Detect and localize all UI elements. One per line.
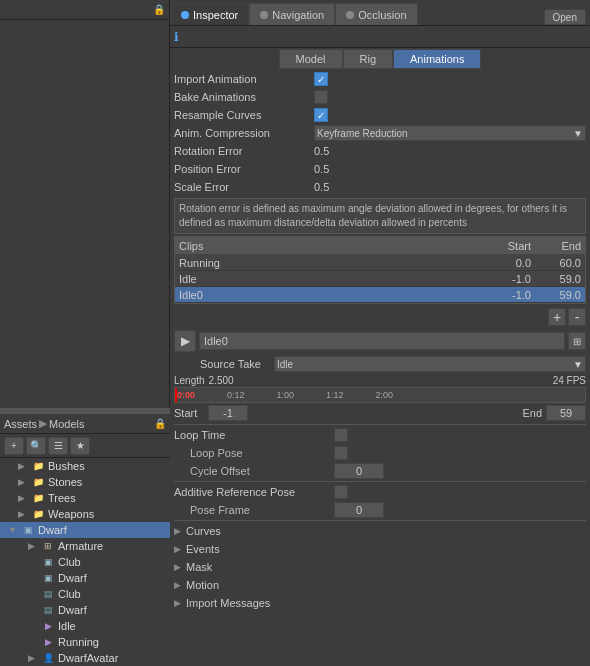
anim-compression-arrow: ▼	[573, 128, 583, 139]
curves-arrow: ▶	[174, 526, 186, 536]
anim-icon-idle: ▶	[41, 619, 55, 633]
expand-arrow-dwarf: ▼	[8, 525, 18, 535]
folder-icon-stones: 📁	[31, 475, 45, 489]
tree-label-dwarf: Dwarf	[38, 524, 67, 536]
timeline-playhead	[175, 388, 177, 402]
add-clip-button[interactable]: +	[548, 308, 566, 326]
sub-tab-model[interactable]: Model	[279, 49, 343, 69]
clips-start-idle0: -1.0	[485, 289, 535, 301]
tree-label-dwarf2: Dwarf	[58, 572, 87, 584]
breadcrumb-assets[interactable]: Assets	[4, 418, 37, 430]
left-panel: 🔒 Assets ▶ Models 🔒 + 🔍 ☰ ★ ▶ 📁 Bushes	[0, 0, 170, 666]
anim-compression-value: Keyframe Reduction	[317, 128, 408, 139]
expand-arrow-trees: ▶	[18, 493, 28, 503]
breadcrumb-models[interactable]: Models	[49, 418, 84, 430]
tab-inspector[interactable]: Inspector	[170, 3, 249, 25]
tree-item-bushes[interactable]: ▶ 📁 Bushes	[0, 458, 170, 474]
tree-item-weapons[interactable]: ▶ 📁 Weapons	[0, 506, 170, 522]
search-button[interactable]: 🔍	[26, 437, 46, 455]
divider-1	[174, 424, 586, 425]
create-button[interactable]: +	[4, 437, 24, 455]
anim-compression-select[interactable]: Keyframe Reduction ▼	[314, 125, 586, 141]
collapsible-motion[interactable]: ▶ Motion	[170, 576, 590, 594]
tree-label-club1: Club	[58, 556, 81, 568]
scale-error-row: Scale Error 0.5	[170, 178, 590, 196]
play-button[interactable]: ▶	[174, 330, 196, 352]
filter-button[interactable]: ☰	[48, 437, 68, 455]
tree-item-running[interactable]: ▶ Running	[0, 634, 170, 650]
anim-icon-running: ▶	[41, 635, 55, 649]
resample-curves-checkbox[interactable]	[314, 108, 328, 122]
tree-item-idle[interactable]: ▶ Idle	[0, 618, 170, 634]
import-animation-checkbox[interactable]	[314, 72, 328, 86]
clip-options-button[interactable]: ⊞	[568, 332, 586, 350]
tick-3: 1:12	[326, 390, 344, 400]
cycle-offset-row: Cycle Offset	[170, 462, 590, 480]
clip-name-input[interactable]	[199, 332, 565, 350]
loop-time-checkbox[interactable]	[334, 428, 348, 442]
inspector-content[interactable]: Model Rig Animations Import Animation Ba…	[170, 48, 590, 666]
source-take-arrow: ▼	[573, 359, 583, 370]
sub-tab-animations[interactable]: Animations	[393, 49, 481, 69]
collapsible-import-messages[interactable]: ▶ Import Messages	[170, 594, 590, 612]
loop-pose-label: Loop Pose	[174, 447, 334, 459]
navigation-dot	[260, 11, 268, 19]
loop-pose-row: Loop Pose	[170, 444, 590, 462]
position-error-row: Position Error 0.5	[170, 160, 590, 178]
bake-animations-row: Bake Animations	[170, 88, 590, 106]
avatar-icon-dwarfavatar: 👤	[41, 651, 55, 665]
clips-row-idle[interactable]: Idle -1.0 59.0	[175, 271, 585, 287]
remove-clip-button[interactable]: -	[568, 308, 586, 326]
tree-item-stones[interactable]: ▶ 📁 Stones	[0, 474, 170, 490]
pose-frame-input[interactable]	[334, 502, 384, 518]
tree-item-dwarf[interactable]: ▼ ▣ Dwarf	[0, 522, 170, 538]
left-top-header: 🔒	[0, 0, 169, 20]
star-button[interactable]: ★	[70, 437, 90, 455]
clips-start-idle: -1.0	[485, 273, 535, 285]
start-input[interactable]	[208, 405, 248, 421]
tree-label-trees: Trees	[48, 492, 76, 504]
timeline-ticks: 0:00 0:12 1:00 1:12 2:00	[175, 390, 585, 400]
inspector-tab-bar: Inspector Navigation Occlusion Open	[170, 0, 590, 26]
cycle-offset-input[interactable]	[334, 463, 384, 479]
collapsible-mask[interactable]: ▶ Mask	[170, 558, 590, 576]
start-label: Start	[174, 407, 204, 419]
tab-navigation[interactable]: Navigation	[249, 3, 335, 25]
rotation-error-value: 0.5	[314, 145, 329, 157]
import-messages-label: Import Messages	[186, 597, 270, 609]
clips-row-idle0[interactable]: Idle0 -1.0 59.0	[175, 287, 585, 303]
tab-occlusion[interactable]: Occlusion	[335, 3, 417, 25]
clips-row-running[interactable]: Running 0.0 60.0	[175, 255, 585, 271]
end-input[interactable]	[546, 405, 586, 421]
assets-tree[interactable]: ▶ 📁 Bushes ▶ 📁 Stones ▶ 📁 Trees ▶ 📁 Weap…	[0, 458, 170, 666]
tree-label-idle: Idle	[58, 620, 76, 632]
tick-0: 0:00	[177, 390, 195, 400]
timeline-info: Length 2.500	[174, 375, 234, 386]
timeline-bar[interactable]: 0:00 0:12 1:00 1:12 2:00	[174, 387, 586, 403]
collapsible-events[interactable]: ▶ Events	[170, 540, 590, 558]
tree-label-club2: Club	[58, 588, 81, 600]
tab-inspector-label: Inspector	[193, 9, 238, 21]
open-button[interactable]: Open	[544, 9, 586, 25]
bake-animations-checkbox[interactable]	[314, 90, 328, 104]
tree-item-dwarf3[interactable]: ▤ Dwarf	[0, 602, 170, 618]
additive-ref-checkbox[interactable]	[334, 485, 348, 499]
clips-name-running: Running	[175, 257, 485, 269]
mesh-icon-club1: ▣	[41, 555, 55, 569]
sub-tabs: Model Rig Animations	[170, 48, 590, 70]
sub-tab-rig[interactable]: Rig	[343, 49, 394, 69]
tree-item-armature[interactable]: ▶ ⊞ Armature	[0, 538, 170, 554]
resample-curves-row: Resample Curves	[170, 106, 590, 124]
expand-arrow-dwarfavatar: ▶	[28, 653, 38, 663]
occlusion-dot	[346, 11, 354, 19]
loop-pose-checkbox[interactable]	[334, 446, 348, 460]
additive-ref-label: Additive Reference Pose	[174, 486, 334, 498]
source-take-select[interactable]: Idle ▼	[274, 356, 586, 372]
tree-item-club2[interactable]: ▤ Club	[0, 586, 170, 602]
tree-item-trees[interactable]: ▶ 📁 Trees	[0, 490, 170, 506]
collapsible-curves[interactable]: ▶ Curves	[170, 522, 590, 540]
tree-item-dwarfavatar[interactable]: ▶ 👤 DwarfAvatar	[0, 650, 170, 666]
divider-3	[174, 520, 586, 521]
tree-item-club1[interactable]: ▣ Club	[0, 554, 170, 570]
tree-item-dwarf2[interactable]: ▣ Dwarf	[0, 570, 170, 586]
